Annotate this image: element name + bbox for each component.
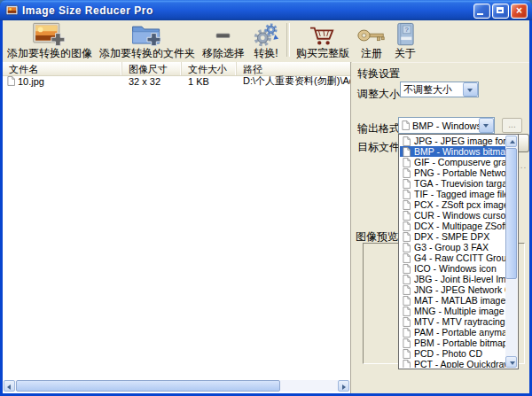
format-option[interactable]: JNG - JPEG Network Grap... (400, 284, 505, 295)
remove-selection-icon (215, 22, 232, 48)
scrollbar-thumb[interactable] (16, 380, 280, 392)
add-image-icon (32, 21, 67, 48)
target-folder-browse-button[interactable] (519, 134, 529, 152)
add-folder-icon (129, 21, 165, 48)
format-option[interactable]: ICO - Windows icon (400, 263, 505, 274)
format-option[interactable]: GIF - Compuserve graphics (400, 157, 505, 167)
resize-select[interactable]: 不调整大小 (400, 82, 479, 97)
page-icon (403, 243, 411, 252)
table-row[interactable]: 10.jpg32 x 321 KBD:\个人重要资料(勿删)\Administ (3, 75, 351, 87)
app-icon (5, 4, 19, 17)
page-icon (403, 211, 411, 221)
toolbar-button-convert[interactable]: 转换! (248, 21, 284, 60)
maximize-button[interactable] (492, 4, 509, 19)
output-format-value: BMP - Windows bitmap (399, 120, 479, 131)
resize-label: 调整大小: (357, 87, 403, 102)
convert-icon (252, 21, 280, 48)
scroll-down-button[interactable] (505, 356, 517, 368)
chevron-down-icon[interactable] (479, 118, 494, 133)
toolbar-button-register[interactable]: 注册 (353, 21, 390, 60)
app-window: Image Size Reducer Pro × 添加要转换的图像添加要转换的文… (0, 0, 532, 396)
format-option[interactable]: MNG - Multiple image ne... (400, 306, 505, 316)
file-icon (7, 76, 15, 86)
page-icon (403, 200, 411, 210)
page-icon (403, 179, 411, 189)
settings-panel: 转换设置 调整大小: 不调整大小 输出格式: BMP - Windows bit… (352, 62, 529, 393)
minimize-button[interactable] (473, 4, 490, 19)
toolbar-button-label: 关于 (395, 48, 416, 59)
svg-text:?: ? (405, 26, 410, 34)
output-format-select[interactable]: BMP - Windows bitmap (398, 117, 495, 134)
toolbar-button-label: 转换! (254, 48, 278, 59)
close-button[interactable]: × (511, 4, 528, 19)
format-option[interactable]: MTV - MTV raytracing (400, 316, 505, 327)
title-bar[interactable]: Image Size Reducer Pro × (0, 0, 532, 20)
file-list-body: 10.jpg32 x 321 KBD:\个人重要资料(勿删)\Administ (3, 75, 351, 87)
column-header[interactable]: 文件名 (3, 62, 122, 75)
page-icon (403, 232, 411, 242)
close-icon: × (512, 4, 527, 18)
toolbar-button-remove-selection[interactable]: 移除选择 (199, 21, 248, 60)
format-option[interactable]: PBM - Portable bitmap (400, 338, 505, 348)
chevron-down-icon[interactable] (463, 82, 478, 97)
scrollbar-track[interactable] (280, 380, 338, 392)
toolbar-button-add-folder[interactable]: 添加要转换的文件夹 (96, 21, 199, 60)
scroll-right-button[interactable] (338, 380, 349, 392)
page-icon (403, 360, 411, 369)
format-option[interactable]: PNG - Portable Network ... (400, 167, 505, 178)
scroll-up-button[interactable] (505, 136, 517, 147)
page-icon (403, 253, 411, 263)
page-icon (403, 221, 411, 231)
page-icon (403, 275, 411, 284)
page-icon (403, 349, 411, 359)
page-icon (403, 147, 411, 157)
column-header[interactable]: 图像尺寸 (122, 62, 182, 75)
arrow-right-icon (342, 384, 346, 390)
toolbar-button-add-image[interactable]: 添加要转换的图像 (4, 21, 96, 60)
format-option[interactable]: CUR - Windows cursor (400, 210, 505, 221)
toolbar-button-label: 移除选择 (202, 48, 245, 59)
page-icon (403, 158, 411, 167)
toolbar-button-buy-full-version[interactable]: 购买完整版 (293, 21, 353, 60)
toolbar-button-label: 购买完整版 (296, 48, 349, 59)
format-option[interactable]: JBG - Joint Bi-level Im... (400, 274, 505, 284)
page-icon (403, 168, 411, 178)
format-option[interactable]: DPX - SMPE DPX (400, 231, 505, 242)
format-option[interactable]: TIF - Tagged image file (400, 189, 505, 199)
page-icon (402, 120, 410, 130)
format-option[interactable]: PCT - Apple Quickdraw p... (400, 359, 505, 368)
format-option[interactable]: PCD - Photo CD (400, 348, 505, 359)
format-option[interactable]: G4 - Raw CCITT Group4 (400, 252, 505, 263)
shopping-cart-icon (308, 22, 338, 48)
arrow-up-icon (510, 140, 515, 144)
table-cell: D:\个人重要资料(勿删)\Administ (237, 74, 351, 88)
format-option[interactable]: DCX - Multipage ZSoft P... (400, 221, 505, 231)
format-option[interactable]: PCX - ZSoft pcx image (400, 199, 505, 210)
help-book-icon: ? (394, 21, 417, 48)
format-dropdown: JPG - JPEG image formatBMP - Windows bit… (398, 134, 519, 369)
toolbar-button-about[interactable]: ?关于 (390, 21, 420, 60)
arrow-down-icon (510, 361, 515, 365)
dropdown-scrollbar-thumb[interactable] (505, 148, 517, 279)
column-header[interactable]: 文件大小 (182, 62, 237, 75)
dropdown-scrollbar[interactable] (505, 136, 517, 368)
column-header[interactable]: 路径 (237, 62, 351, 75)
toolbar-button-label: 添加要转换的图像 (7, 48, 92, 59)
format-option[interactable]: MAT - MATLAB image (400, 295, 505, 306)
format-option[interactable]: BMP - Windows bitmap (400, 146, 505, 157)
toolbar: 添加要转换的图像添加要转换的文件夹移除选择转换!购买完整版注册?关于 (3, 20, 529, 63)
format-option[interactable]: TGA - Truevision targa (400, 178, 505, 189)
toolbar-separator (286, 23, 290, 57)
page-icon (403, 317, 411, 327)
key-icon (356, 22, 387, 48)
horizontal-scrollbar[interactable] (4, 380, 349, 392)
format-option[interactable]: G3 - Group 3 FAX (400, 242, 505, 252)
format-option[interactable]: PAM - Portable anymap (400, 327, 505, 338)
page-icon (403, 264, 411, 274)
toolbar-button-label: 注册 (361, 48, 382, 59)
scroll-left-button[interactable] (4, 380, 15, 392)
file-list[interactable]: 文件名图像尺寸文件大小路径 10.jpg32 x 321 KBD:\个人重要资料… (3, 62, 351, 393)
format-option[interactable]: JPG - JPEG image format (400, 136, 505, 146)
settings-panel-title: 转换设置 (357, 66, 400, 82)
page-icon (403, 296, 411, 306)
